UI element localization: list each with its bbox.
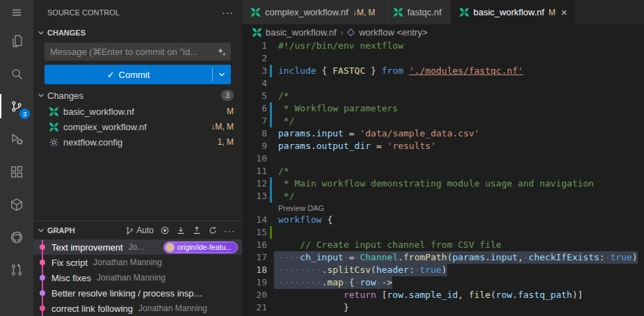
sidebar-item-run-debug[interactable] — [0, 123, 33, 155]
graph-lane — [33, 255, 51, 270]
refresh-icon[interactable] — [208, 226, 218, 235]
code-token: . — [403, 290, 409, 300]
changes-tree-label: Changes — [47, 90, 83, 101]
line-number: 5 — [242, 90, 267, 102]
diff-decoration — [267, 301, 274, 314]
breadcrumb-symbol[interactable]: workflow <entry> — [359, 27, 427, 38]
commit-message: Misc fixes — [51, 273, 91, 283]
code-line[interactable]: 6 * Workflow parameters — [242, 102, 644, 115]
diff-modified-bar — [270, 65, 272, 77]
breadcrumb-file[interactable]: basic_workflow.nf — [266, 27, 337, 38]
tab-label: complex_workflow.nf — [265, 7, 348, 17]
changes-tree-header[interactable]: Changes 3 — [33, 87, 242, 104]
commit-row[interactable]: Better resolve linking / process inspect… — [33, 285, 242, 301]
line-number: 15 — [242, 226, 267, 239]
target-icon[interactable] — [160, 226, 170, 235]
changes-count-badge: 3 — [221, 90, 234, 101]
nextflow-icon — [459, 7, 469, 17]
gutter: 4 — [242, 77, 274, 90]
line-number: 1 — [242, 40, 267, 52]
diff-decoration — [267, 115, 274, 127]
code-line[interactable]: 9params.output_dir = 'results' — [242, 140, 644, 152]
diff-decoration — [267, 40, 274, 52]
code-line[interactable]: 3include { FASTQC } from './modules/fast… — [242, 65, 644, 77]
gutter: 1 — [242, 40, 274, 52]
code-line[interactable]: 5/* — [242, 90, 644, 102]
code-text: ········.map·{·row·-> — [274, 276, 392, 289]
sparkle-icon[interactable] — [216, 47, 227, 57]
code-token: splitCsv — [327, 264, 371, 275]
line-number: 19 — [242, 276, 267, 289]
gutter: 12 — [242, 177, 274, 190]
sidebar-item-search[interactable] — [0, 57, 33, 90]
code-line[interactable]: 7 */ — [242, 115, 644, 127]
code-token: return — [344, 290, 376, 300]
menu-button[interactable] — [0, 0, 33, 24]
codelens-link[interactable]: Preview DAG — [278, 204, 324, 212]
code-area[interactable]: 1#!/usr/bin/env nextflow23include { FAST… — [242, 40, 644, 316]
close-icon[interactable]: × — [561, 6, 567, 18]
auto-repo-picker[interactable]: Auto — [125, 226, 154, 235]
sidebar-item-github[interactable] — [0, 221, 33, 253]
code-line[interactable]: 17····ch_input·=·Channel.fromPath(params… — [242, 251, 644, 264]
activity-bar: 3 — [0, 0, 33, 316]
code-line[interactable]: 15 — [242, 226, 644, 239]
push-upload-icon[interactable] — [192, 226, 202, 235]
code-line[interactable]: 16 // Create input channel from CSV file — [242, 239, 644, 251]
code-line[interactable]: 2 — [242, 52, 644, 65]
commit-row[interactable]: Misc fixesJonathan Manning — [33, 270, 242, 285]
code-line[interactable]: 8params.input = 'data/sample_data.csv' — [242, 127, 644, 140]
more-actions-icon[interactable]: ··· — [224, 226, 235, 236]
git-status-badge: M — [227, 106, 234, 116]
tab-fastqc.nf[interactable]: fastqc.nf — [385, 0, 451, 24]
commit-message-input[interactable] — [50, 47, 216, 57]
tab-complex_workflow.nf[interactable]: complex_workflow.nf↓M, M — [242, 0, 385, 24]
check-icon: ✓ — [107, 70, 115, 80]
commit-row[interactable]: Text improvementJo...origin/ide-featu... — [33, 239, 242, 255]
more-actions-icon[interactable]: ··· — [222, 7, 234, 18]
tab-basic_workflow.nf[interactable]: basic_workflow.nfM× — [451, 0, 577, 24]
code-line[interactable]: 4 — [242, 77, 644, 90]
code-line[interactable]: 10 — [242, 152, 644, 165]
diff-decoration — [267, 77, 274, 90]
code-line[interactable]: 18········.splitCsv(header:·true) — [242, 264, 644, 276]
sidebar-item-extensions[interactable] — [0, 155, 33, 188]
run-debug-icon — [9, 132, 24, 147]
changes-section-header[interactable]: CHANGES — [33, 24, 242, 41]
code-line[interactable]: 1#!/usr/bin/env nextflow — [242, 40, 644, 52]
code-line[interactable]: 12 * Main workflow demonstrating module … — [242, 177, 644, 190]
commit-button[interactable]: ✓ Commit — [45, 65, 212, 84]
code-token: ) — [632, 252, 638, 262]
file-complex_workflow.nf[interactable]: complex_workflow.nf↓M, M — [33, 119, 242, 134]
code-line[interactable]: 14workflow { — [242, 214, 644, 226]
gutter: 10 — [242, 152, 274, 165]
code-token: · — [414, 264, 420, 275]
code-token: { — [316, 65, 332, 76]
file-nextflow.config[interactable]: nextflow.config1, M — [33, 134, 242, 150]
nextflow-icon — [252, 27, 262, 38]
file-basic_workflow.nf[interactable]: basic_workflow.nfM — [33, 104, 242, 119]
pull-download-icon[interactable] — [176, 226, 186, 235]
breadcrumb: basic_workflow.nf › workflow <entry> — [242, 24, 644, 40]
code-line[interactable]: 11/* — [242, 165, 644, 177]
nextflow-icon — [49, 106, 59, 117]
graph-section-header[interactable]: GRAPH Auto ··· — [33, 221, 242, 239]
gutter: 17 — [242, 251, 274, 264]
commit-row[interactable]: Fix scriptJonathan Manning — [33, 255, 242, 270]
sidebar-item-explorer[interactable] — [0, 24, 33, 57]
code-token: * Workflow parameters — [278, 103, 398, 113]
panel-header: SOURCE CONTROL ··· — [33, 0, 242, 24]
code-line[interactable]: 21 } — [242, 301, 644, 314]
sidebar-item-containers[interactable] — [0, 188, 33, 221]
branch-ref-pill[interactable]: origin/ide-featu... — [163, 242, 238, 253]
commit-dropdown-button[interactable] — [213, 65, 231, 84]
line-number: 9 — [242, 140, 267, 152]
code-text: // Create input channel from CSV file — [274, 239, 501, 251]
commit-row[interactable]: correct link followingJonathan Manning — [33, 301, 242, 316]
code-token: · — [344, 252, 349, 262]
code-line[interactable]: 13 */ — [242, 190, 644, 203]
code-line[interactable]: 19········.map·{·row·-> — [242, 276, 644, 289]
sidebar-item-source-control[interactable]: 3 — [0, 90, 33, 123]
code-line[interactable]: 20 return [row.sample_id, file(row.fastq… — [242, 289, 644, 301]
sidebar-item-pull-requests[interactable] — [0, 253, 33, 286]
